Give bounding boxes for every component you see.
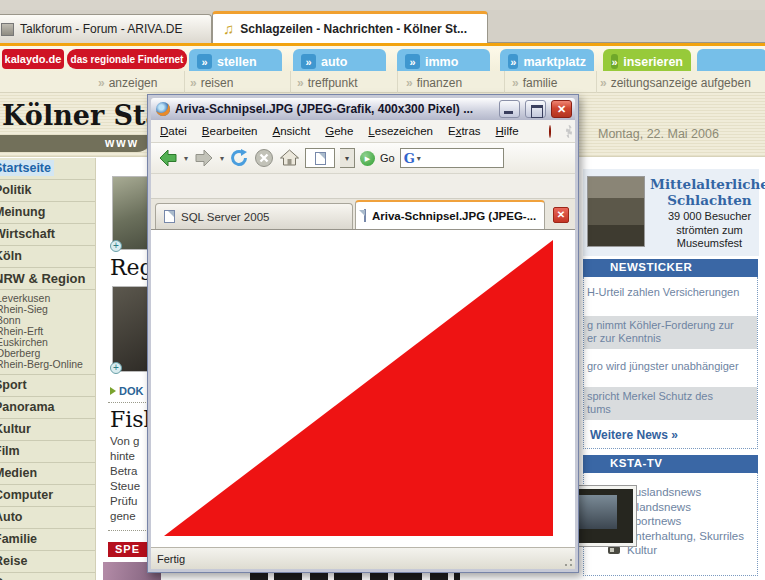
sidebar-sub-rhein-berg-online[interactable]: Rhein-Berg-Online [0, 359, 95, 370]
browser-tab-talkforum[interactable]: Talkforum - Forum - ARIVA.DE [0, 14, 212, 43]
subnav-anzeigen[interactable]: »anzeigen [98, 74, 157, 91]
close-button[interactable]: ✕ [551, 100, 572, 118]
sidebar-item-startseite[interactable]: Startseite [0, 158, 95, 180]
zoom-plus-icon[interactable]: + [110, 362, 122, 374]
sidebar-item-meinung[interactable]: Meinung [0, 202, 95, 224]
sidebar-item-koeln[interactable]: Köln [0, 246, 95, 268]
menu-lesezeichen[interactable]: Lesezeichen [368, 125, 433, 137]
resize-grip[interactable] [561, 555, 573, 567]
chevron-icon: » [197, 54, 212, 69]
subnav-reisen[interactable]: »reisen [190, 74, 233, 91]
sidebar-item-familie[interactable]: Familie [0, 529, 95, 551]
article-photo-2[interactable]: + [112, 286, 152, 372]
sidebar-item-nrw-region[interactable]: NRW & Region [0, 268, 95, 290]
nav-label: stellen [217, 55, 257, 69]
page-date: Montag, 22. Mai 2006 [598, 127, 763, 141]
popup-toolbar: ▾ ▾ ▾ ▶ Go G ▾ [151, 143, 575, 174]
popup-title-bar[interactable]: Ariva-Schnipsel.JPG (JPEG-Grafik, 400x30… [151, 98, 575, 120]
menu-ansicht[interactable]: Ansicht [273, 125, 311, 137]
forward-dropdown-icon[interactable]: ▾ [220, 154, 224, 163]
browser-tab-bar: Talkforum - Forum - ARIVA.DE ♫ Schlagzei… [0, 10, 765, 43]
update-alert-icon[interactable] [549, 125, 551, 138]
tab-close-button[interactable]: ✕ [553, 207, 569, 223]
menu-bearbeiten[interactable]: Bearbeiten [202, 125, 258, 137]
page-icon [364, 209, 366, 222]
sidebar-item-campus[interactable]: Campus [0, 573, 95, 580]
chevron-icon: » [301, 54, 316, 69]
page-icon [164, 210, 175, 223]
clipped-headline [250, 573, 460, 580]
tab-label: Schlagzeilen - Nachrichten - Kölner St..… [240, 22, 467, 36]
sidebar-item-sport[interactable]: Sport [0, 375, 95, 397]
nav-label: marktplatz [523, 55, 586, 69]
sidebar-item-film[interactable]: Film [0, 441, 95, 463]
forward-button[interactable] [193, 148, 215, 168]
kalaydo-tagline: das regionale Findernet [67, 49, 187, 69]
zoom-plus-icon[interactable]: + [110, 240, 122, 252]
sidebar-item-reise[interactable]: Reise [0, 551, 95, 573]
popup-status-bar: Fertig [151, 547, 575, 569]
popup-tab-bar: SQL Server 2005 Ariva-Schnipsel.JPG (JPE… [151, 199, 575, 230]
article-body: Von g hinte Betra Steue Prüfu gene [110, 434, 140, 524]
tab-ariva-schnipsel[interactable]: Ariva-Schnipsel.JPG (JPEG-... [355, 200, 545, 229]
chevron-icon: » [508, 54, 518, 69]
kalaydo-logo[interactable]: kalaydo.de [2, 49, 64, 69]
go-button[interactable]: ▶ [360, 151, 375, 166]
menu-gehe[interactable]: Gehe [325, 125, 353, 137]
kalaydo-nav-bar: kalaydo.de das regionale Findernet » ste… [0, 43, 765, 71]
sidebar-item-wirtschaft[interactable]: Wirtschaft [0, 224, 95, 246]
kalaydo-subnav-bar: »anzeigen »reisen »treffpunkt »finanzen … [0, 71, 765, 93]
firefox-icon [156, 102, 170, 116]
google-search-input[interactable]: G ▾ [400, 148, 504, 168]
section-sidebar: Startseite Politik Meinung Wirtschaft Kö… [0, 158, 96, 580]
subnav-familie[interactable]: »familie [512, 74, 557, 91]
ksta-favicon: ♫ [223, 20, 234, 37]
red-triangle-image [151, 230, 575, 547]
location-dropdown[interactable]: ▾ [340, 148, 355, 168]
weitere-news-link[interactable]: Weitere News » [584, 420, 757, 442]
sidebar-item-computer[interactable]: Computer [0, 485, 95, 507]
sidebar-item-kultur[interactable]: Kultur [0, 419, 95, 441]
popup-window: Ariva-Schnipsel.JPG (JPEG-Grafik, 400x30… [147, 94, 579, 573]
news-item[interactable]: gro wird jüngster unabhängiger [584, 357, 757, 377]
feature-box[interactable]: Mittelalterliche Schlachten 39 000 Besuc… [583, 169, 759, 256]
news-item[interactable]: g nimmt Köhler-Forderung zur er zur Kenn… [584, 316, 757, 349]
sidebar-item-politik[interactable]: Politik [0, 180, 95, 202]
tab-label: Talkforum - Forum - ARIVA.DE [20, 22, 182, 36]
reload-button[interactable] [229, 148, 249, 168]
feature-subtitle: 39 000 Besucher strömten zum Museumsfest [650, 210, 765, 251]
news-item[interactable]: H-Urteil zahlen Versicherungen [584, 283, 757, 303]
chevron-icon: » [405, 54, 420, 69]
back-dropdown-icon[interactable]: ▾ [184, 154, 188, 163]
menu-hilfe[interactable]: Hilfe [496, 125, 519, 137]
back-button[interactable] [157, 148, 179, 168]
chevron-icon: » [611, 54, 618, 69]
newsticker-box: H-Urteil zahlen Versicherungen g nimmt K… [583, 277, 758, 449]
sidebar-item-medien[interactable]: Medien [0, 463, 95, 485]
sidebar-item-auto[interactable]: Auto [0, 507, 95, 529]
video-camera-icon [608, 546, 620, 554]
ksta-logo: Kölner Stadt-A [2, 100, 154, 131]
minimize-button[interactable] [499, 100, 520, 118]
dok-link[interactable]: DOK [110, 385, 143, 397]
home-button[interactable] [279, 148, 300, 168]
subnav-zeitungsanzeige[interactable]: »zeitungsanzeige aufgeben [600, 74, 751, 91]
subnav-treffpunkt[interactable]: »treffpunkt [297, 74, 358, 91]
tab-sql-server[interactable]: SQL Server 2005 [155, 203, 353, 229]
stop-button[interactable] [254, 148, 274, 168]
search-engine-dropdown-icon[interactable]: ▾ [417, 154, 421, 163]
www-tab: www [0, 135, 153, 152]
image-viewport[interactable] [151, 230, 575, 547]
subnav-finanzen[interactable]: »finanzen [406, 74, 462, 91]
menu-extras[interactable]: Extras [448, 125, 481, 137]
menu-datei[interactable]: Datei [160, 125, 187, 137]
newsticker-header: NEWSTICKER [583, 259, 758, 277]
maximize-button[interactable] [525, 100, 546, 118]
nav-label: immo [425, 55, 458, 69]
location-bar[interactable] [305, 148, 335, 168]
popup-title: Ariva-Schnipsel.JPG (JPEG-Grafik, 400x30… [175, 102, 494, 116]
news-item[interactable]: spricht Merkel Schutz des tums [584, 387, 757, 420]
browser-tab-schlagzeilen[interactable]: ♫ Schlagzeilen - Nachrichten - Kölner St… [212, 11, 488, 43]
article-photo-1[interactable]: + [112, 176, 152, 250]
sidebar-item-panorama[interactable]: Panorama [0, 397, 95, 419]
